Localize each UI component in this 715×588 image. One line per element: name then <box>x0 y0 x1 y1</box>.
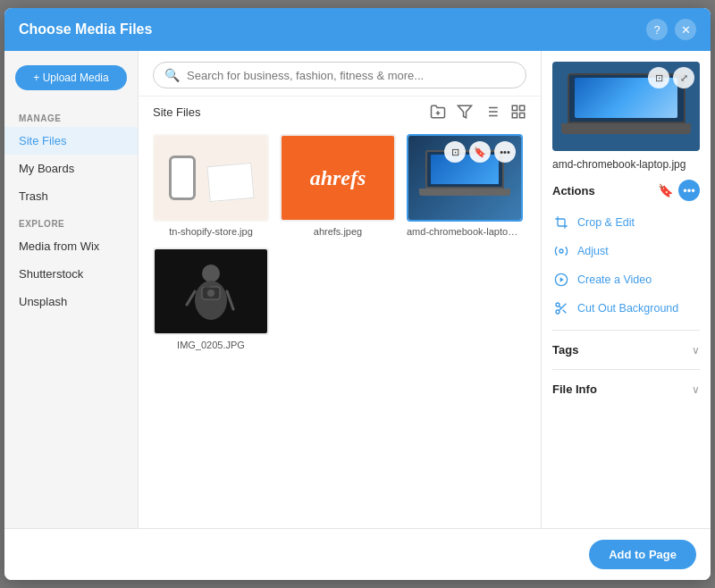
search-icon: 🔍 <box>164 68 180 82</box>
files-toolbar: Site Files <box>149 97 530 127</box>
main-content: 🔍 Site Files <box>139 51 541 528</box>
actions-icons: 🔖 ••• <box>658 180 700 201</box>
action-create-video[interactable]: Create a Video <box>552 265 700 294</box>
search-bar: 🔍 <box>139 51 541 97</box>
file-thumb-img0205 <box>153 248 269 335</box>
action-crop-edit[interactable]: Crop & Edit <box>552 208 700 237</box>
add-to-page-button[interactable]: Add to Page <box>589 540 696 569</box>
action-cut-background[interactable]: Cut Out Background <box>552 294 700 323</box>
action-create-video-label: Create a Video <box>577 273 652 286</box>
tags-chevron: ∨ <box>692 344 700 357</box>
upload-media-button[interactable]: + Upload Media <box>15 65 127 90</box>
preview-filename: amd-chromebook-laptop.jpg <box>552 158 700 171</box>
actions-title: Actions <box>552 184 658 197</box>
files-toolbar-title: Site Files <box>153 105 430 119</box>
file-item-ahrefs[interactable]: ahrefs ahrefs.jpeg <box>280 134 396 237</box>
sidebar-item-site-files[interactable]: Site Files <box>4 127 138 155</box>
svg-rect-11 <box>512 113 517 118</box>
adjust-icon <box>552 242 570 260</box>
action-cut-background-label: Cut Out Background <box>577 302 678 315</box>
file-name-shopify: tn-shopify-store.jpg <box>153 226 269 237</box>
svg-point-13 <box>202 265 220 282</box>
action-crop-edit-label: Crop & Edit <box>577 216 635 229</box>
file-item-shopify[interactable]: tn-shopify-store.jpg <box>153 134 269 237</box>
divider-1 <box>552 330 700 331</box>
file-name-ahrefs: ahrefs.jpeg <box>280 226 396 237</box>
svg-point-23 <box>556 303 559 307</box>
grid-view-button[interactable] <box>510 104 526 120</box>
sidebar-item-trash[interactable]: Trash <box>4 182 138 210</box>
right-panel: ⊡ ⤢ amd-chromebook-laptop.jpg Actions 🔖 … <box>541 51 711 528</box>
modal-footer: Add to Page <box>4 528 711 580</box>
filter-button[interactable] <box>457 104 473 120</box>
media-modal: Choose Media Files ? ✕ + Upload Media MA… <box>4 8 711 580</box>
sidebar-item-shutterstock[interactable]: Shutterstock <box>4 260 138 288</box>
file-item-laptop[interactable]: ⊡ 🔖 ••• amd-chromebook-laptop.... <box>407 134 523 237</box>
svg-line-18 <box>187 291 195 305</box>
actions-header: Actions 🔖 ••• <box>552 180 700 201</box>
file-name-img0205: IMG_0205.JPG <box>153 340 269 350</box>
svg-rect-12 <box>520 113 525 118</box>
svg-line-27 <box>559 306 561 308</box>
shopify-paper-icon <box>206 163 254 202</box>
divider-2 <box>552 369 700 370</box>
person-camera-icon <box>184 260 238 323</box>
svg-point-24 <box>556 310 559 314</box>
modal-overlay: Choose Media Files ? ✕ + Upload Media MA… <box>0 0 715 588</box>
sort-button[interactable] <box>484 104 500 120</box>
file-info-chevron: ∨ <box>692 383 700 396</box>
help-button[interactable]: ? <box>646 19 668 40</box>
svg-marker-2 <box>458 105 472 118</box>
manage-section-label: MANAGE <box>4 105 138 127</box>
files-grid: tn-shopify-store.jpg ahrefs ahrefs.jpeg <box>149 130 530 354</box>
search-input[interactable] <box>187 69 515 82</box>
file-thumb-laptop: ⊡ 🔖 ••• <box>407 134 523 222</box>
svg-rect-9 <box>512 105 517 110</box>
explore-section-label: EXPLORE <box>4 210 138 232</box>
file-thumb-shopify <box>153 134 269 222</box>
svg-rect-10 <box>520 105 525 110</box>
modal-body: + Upload Media MANAGE Site Files My Boar… <box>4 51 711 528</box>
file-info-title: File Info <box>552 382 692 396</box>
ahrefs-logo-text: ahrefs <box>310 166 366 190</box>
sidebar-item-media-from-wix[interactable]: Media from Wix <box>4 232 138 260</box>
sidebar-item-my-boards[interactable]: My Boards <box>4 155 138 182</box>
svg-marker-22 <box>560 277 564 281</box>
files-area: Site Files <box>139 97 541 528</box>
thumb-bookmark-btn[interactable]: 🔖 <box>469 141 491 163</box>
tags-section[interactable]: Tags ∨ <box>552 338 700 362</box>
create-video-icon <box>552 271 570 289</box>
svg-point-20 <box>559 249 563 253</box>
search-input-wrap[interactable]: 🔍 <box>153 62 526 88</box>
file-name-laptop: amd-chromebook-laptop.... <box>407 226 523 237</box>
file-info-section[interactable]: File Info ∨ <box>552 377 700 401</box>
new-folder-button[interactable] <box>430 104 446 120</box>
preview-expand-btn[interactable]: ⤢ <box>673 67 694 88</box>
svg-line-26 <box>563 310 567 314</box>
crop-edit-icon <box>552 214 570 231</box>
cut-background-icon <box>552 299 570 317</box>
preview-image: ⊡ ⤢ <box>552 62 700 151</box>
modal-header: Choose Media Files ? ✕ <box>4 8 711 51</box>
toolbar-icons <box>430 104 526 120</box>
svg-point-16 <box>207 290 214 297</box>
bookmark-icon[interactable]: 🔖 <box>658 180 673 201</box>
preview-actions: ⊡ ⤢ <box>648 67 694 88</box>
shopify-phone-icon <box>169 155 196 200</box>
preview-select-btn[interactable]: ⊡ <box>648 67 669 88</box>
file-item-img0205[interactable]: IMG_0205.JPG <box>153 248 269 350</box>
modal-title: Choose Media Files <box>19 21 646 38</box>
more-options-button[interactable]: ••• <box>678 180 700 201</box>
close-button[interactable]: ✕ <box>675 19 696 40</box>
thumb-select-btn[interactable]: ⊡ <box>444 141 466 163</box>
thumb-overlay-laptop: ⊡ 🔖 ••• <box>408 136 521 220</box>
header-actions: ? ✕ <box>646 19 696 40</box>
file-thumb-ahrefs: ahrefs <box>280 134 396 222</box>
sidebar: + Upload Media MANAGE Site Files My Boar… <box>4 51 139 528</box>
action-adjust[interactable]: Adjust <box>552 237 700 265</box>
svg-rect-17 <box>204 284 210 288</box>
sidebar-item-unsplash[interactable]: Unsplash <box>4 288 138 315</box>
action-adjust-label: Adjust <box>577 245 609 257</box>
thumb-more-btn[interactable]: ••• <box>494 141 516 163</box>
svg-line-19 <box>227 291 233 309</box>
